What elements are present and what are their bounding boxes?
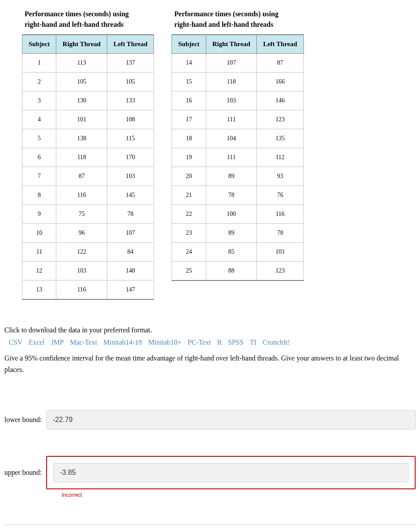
cell: 115: [107, 129, 153, 148]
cell: 107: [206, 54, 257, 73]
table-row: 8116145: [22, 186, 154, 205]
cell: 89: [206, 167, 257, 186]
lower-bound-row: lower bound:: [4, 410, 416, 430]
cell: 101: [257, 243, 303, 262]
cell: 16: [172, 91, 206, 110]
cell: 118: [56, 148, 107, 167]
table-row: 6118170: [22, 148, 154, 167]
cell: 78: [206, 186, 257, 205]
cell: 8: [22, 186, 56, 205]
cell: 4: [22, 110, 56, 129]
divider: [4, 524, 416, 525]
cell: 116: [257, 205, 303, 224]
table-left: Performance times (seconds) using right-…: [22, 4, 154, 300]
download-link-crunchit-[interactable]: CrunchIt!: [263, 339, 290, 346]
table-row: 4101108: [22, 110, 154, 129]
title-line: Performance times (seconds) using: [25, 10, 129, 18]
incorrect-label: Incorrect: [62, 492, 416, 498]
cell: 76: [257, 186, 303, 205]
cell: 23: [172, 224, 206, 243]
table-right-title: Performance times (seconds) using right-…: [172, 4, 303, 30]
cell: 166: [257, 73, 303, 91]
table-left-title: Performance times (seconds) using right-…: [22, 4, 154, 30]
cell: 104: [206, 129, 257, 148]
download-link-mac-text[interactable]: Mac-Text: [70, 339, 97, 346]
cell: 13: [22, 280, 56, 300]
cell: 24: [172, 243, 206, 262]
cell: 93: [257, 167, 303, 186]
cell: 138: [56, 129, 107, 148]
cell: 89: [206, 224, 257, 243]
cell: 22: [172, 205, 206, 224]
table-row: 2485101: [172, 243, 303, 262]
cell: 2: [22, 73, 56, 91]
table-row: 16103146: [172, 91, 303, 110]
title-line: right-hand and left-hand threads: [174, 21, 273, 28]
download-link-minitab18-[interactable]: Minitab18+: [148, 339, 182, 346]
table-row: 238978: [172, 224, 303, 243]
download-link-ti[interactable]: TI: [250, 339, 256, 346]
col-header: Left Thread: [107, 35, 153, 54]
table-row: 12103148: [22, 262, 154, 280]
lower-bound-label: lower bound:: [4, 416, 42, 424]
download-link-csv[interactable]: CSV: [9, 339, 22, 346]
cell: 148: [107, 262, 153, 280]
cell: 103: [206, 91, 257, 110]
download-section: Click to download the data in your prefe…: [4, 326, 416, 375]
title-line: right-hand and left-hand threads: [25, 21, 124, 28]
cell: 1: [22, 54, 56, 73]
table-row: 208993: [172, 167, 303, 186]
cell: 123: [257, 262, 303, 281]
incorrect-container: [46, 456, 416, 489]
col-header: Right Thread: [56, 35, 107, 54]
col-header: Left Thread: [257, 35, 303, 54]
cell: 7: [22, 167, 56, 186]
cell: 84: [107, 243, 153, 262]
cell: 88: [206, 262, 257, 281]
cell: 105: [107, 73, 153, 91]
cell: 116: [56, 186, 107, 205]
cell: 107: [107, 224, 153, 243]
table-row: 1410787: [172, 54, 303, 73]
table-row: 5138115: [22, 129, 154, 148]
cell: 108: [107, 110, 153, 129]
download-link-pc-text[interactable]: PC-Text: [188, 339, 211, 346]
lower-bound-input[interactable]: [46, 410, 416, 430]
cell: 100: [206, 205, 257, 224]
download-link-minitab14-18[interactable]: Minitab14-18: [103, 339, 142, 346]
question-text: Give a 95% confidence interval for the m…: [4, 353, 416, 375]
table-right: Performance times (seconds) using right-…: [172, 4, 303, 281]
cell: 105: [56, 73, 107, 91]
cell: 25: [172, 262, 206, 281]
table-row: 15118166: [172, 73, 303, 91]
cell: 133: [107, 91, 153, 110]
download-link-jmp[interactable]: JMP: [51, 339, 64, 346]
table-row: 19111112: [172, 148, 303, 167]
tables-container: Performance times (seconds) using right-…: [4, 4, 416, 300]
cell: 87: [56, 167, 107, 186]
col-header: Subject: [22, 35, 56, 54]
download-link-spss[interactable]: SPSS: [228, 339, 244, 346]
table-2-body: 1410787151181661610314617111123181041351…: [172, 54, 303, 281]
download-link-excel[interactable]: Excel: [29, 339, 44, 346]
cell: 17: [172, 110, 206, 129]
cell: 123: [257, 110, 303, 129]
cell: 78: [107, 205, 153, 224]
cell: 19: [172, 148, 206, 167]
cell: 137: [107, 54, 153, 73]
cell: 145: [107, 186, 153, 205]
cell: 113: [56, 54, 107, 73]
cell: 103: [56, 262, 107, 280]
cell: 3: [22, 91, 56, 110]
table-1-body: 1113137210510531301334101108513811561181…: [22, 54, 154, 300]
cell: 111: [206, 148, 257, 167]
download-link-r[interactable]: R: [217, 339, 222, 346]
upper-bound-row: upper bound:: [4, 456, 416, 489]
title-line: Performance times (seconds) using: [174, 10, 278, 18]
cell: 170: [107, 148, 153, 167]
cell: 75: [56, 205, 107, 224]
table-row: 18104135: [172, 129, 303, 148]
cell: 21: [172, 186, 206, 205]
table-row: 1112284: [22, 243, 154, 262]
upper-bound-input[interactable]: [53, 463, 409, 482]
